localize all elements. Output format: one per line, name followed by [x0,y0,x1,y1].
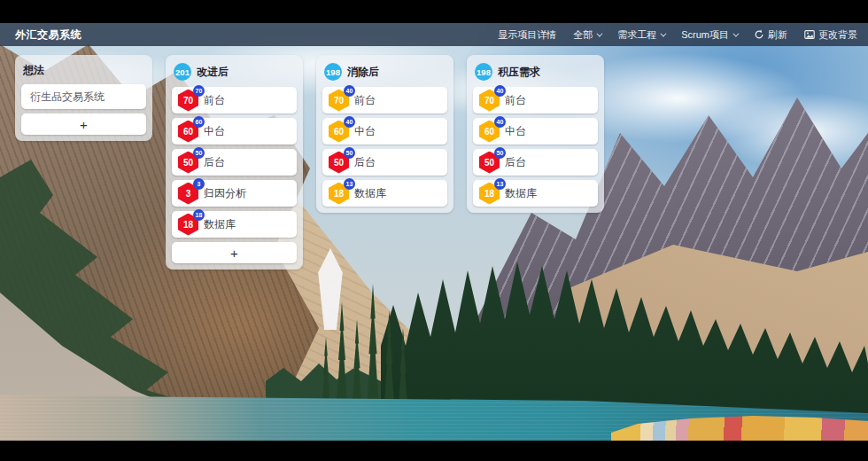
filter-all-dropdown[interactable]: 全部 [573,28,601,42]
top-navigation-bar: 外汇交易系统 显示项目详情 全部 需求工程 Scrum项目 刷新 [0,23,868,46]
count-mini-badge: 40 [494,85,506,97]
requirement-card[interactable]: 50 50 后台 [473,149,598,176]
column-header: 想法 [21,61,146,84]
letterbox-bottom [0,441,868,461]
requirement-card[interactable]: 70 70 前台 [172,87,297,113]
priority-badge-group: 50 50 [479,152,500,174]
card-label: 后台 [354,155,376,170]
chevron-down-icon [732,30,739,36]
column-header: 198 积压需求 [473,61,598,87]
column-title: 积压需求 [498,65,540,80]
board: 想法 衍生品交易系统 + 201 改进后 70 70 前台 60 60 中台 5… [15,55,604,270]
count-mini-badge: 13 [344,178,355,190]
count-mini-badge: 50 [494,147,506,159]
card-label: 后台 [505,155,526,170]
add-card-button[interactable]: + [172,242,297,263]
column-title: 改进后 [197,65,229,80]
priority-badge-group: 50 50 [329,152,349,174]
requirement-card[interactable]: 60 60 中台 [172,118,297,145]
priority-badge-group: 60 60 [178,121,198,143]
requirement-card[interactable]: 50 50 后台 [322,149,447,176]
refresh-icon [754,29,764,40]
column-header: 198 消除后 [322,61,447,87]
plus-icon: + [230,246,238,260]
board-column: 想法 衍生品交易系统 + [15,55,152,141]
requirement-card[interactable]: 60 40 中台 [322,118,447,145]
requirement-card[interactable]: 18 13 数据库 [322,180,447,207]
card-label: 中台 [505,124,526,139]
app-window: 外汇交易系统 显示项目详情 全部 需求工程 Scrum项目 刷新 [0,0,868,461]
priority-badge-group: 18 13 [329,183,349,205]
requirement-card[interactable]: 18 13 数据库 [473,180,598,207]
card-label: 前台 [354,93,376,108]
plus-icon: + [80,118,88,131]
card-list: 70 40 前台 60 40 中台 50 50 后台 18 13 数据库 [473,87,598,207]
board-column: 198 消除后 70 40 前台 60 40 中台 50 50 后台 18 13… [316,55,453,213]
count-mini-badge: 50 [344,147,355,159]
refresh-button[interactable]: 刷新 [754,28,787,42]
column-count-badge: 198 [324,63,342,81]
filter-requirements-label: 需求工程 [617,28,656,42]
filter-scrum-label: Scrum项目 [681,28,729,42]
filter-scrum-dropdown[interactable]: Scrum项目 [681,28,737,42]
card-label: 数据库 [204,217,236,232]
card-label: 中台 [204,124,225,139]
image-icon [804,29,815,40]
priority-badge-group: 60 40 [329,121,349,143]
filter-all-label: 全部 [573,28,593,42]
requirement-card[interactable]: 18 18 数据库 [172,211,297,238]
column-count-badge: 201 [174,63,191,81]
board-column: 198 积压需求 70 40 前台 60 40 中台 50 50 后台 18 1… [467,55,604,213]
column-count-badge: 198 [475,63,492,81]
chevron-down-icon [597,30,603,36]
count-mini-badge: 40 [344,116,355,128]
count-mini-badge: 13 [494,178,506,190]
count-mini-badge: 60 [193,116,205,128]
priority-badge-group: 3 3 [178,183,198,205]
count-mini-badge: 50 [193,147,205,159]
priority-badge-group: 18 18 [178,214,198,236]
refresh-label: 刷新 [768,28,787,42]
card-label: 前台 [204,93,225,108]
card-label: 数据库 [354,186,386,201]
card-label: 前台 [505,93,526,108]
priority-badge-group: 70 40 [329,90,349,112]
requirement-card[interactable]: 50 50 后台 [172,149,297,176]
priority-badge-group: 70 70 [178,90,198,112]
count-mini-badge: 3 [193,178,205,190]
priority-badge-group: 60 40 [479,121,500,143]
priority-badge-group: 70 40 [479,90,500,112]
column-title: 想法 [23,63,44,78]
requirement-card[interactable]: 70 40 前台 [473,87,598,113]
board-column: 201 改进后 70 70 前台 60 60 中台 50 50 后台 3 3 归… [166,55,303,270]
count-mini-badge: 40 [344,85,355,97]
card-label: 衍生品交易系统 [30,90,105,105]
card-label: 数据库 [505,186,537,201]
requirement-card[interactable]: 70 40 前台 [322,87,447,113]
change-background-label: 更改背景 [818,28,857,42]
count-mini-badge: 70 [193,85,205,97]
priority-badge-group: 18 13 [479,183,500,205]
card-label: 中台 [354,124,376,139]
chevron-down-icon [661,30,667,36]
add-card-button[interactable]: + [21,113,146,135]
requirement-card[interactable]: 3 3 归因分析 [172,180,297,207]
count-mini-badge: 40 [494,116,506,128]
topbar-menu: 显示项目详情 全部 需求工程 Scrum项目 刷新 [498,28,857,42]
card-list: 70 40 前台 60 40 中台 50 50 后台 18 13 数据库 [322,87,447,207]
column-title: 消除后 [347,65,379,80]
column-header: 201 改进后 [172,61,297,87]
idea-card[interactable]: 衍生品交易系统 [21,84,146,109]
letterbox-top [0,0,868,23]
card-list: 70 70 前台 60 60 中台 50 50 后台 3 3 归因分析 18 1… [172,87,297,263]
show-project-details-button[interactable]: 显示项目详情 [498,28,556,42]
card-list: 衍生品交易系统 + [21,84,146,135]
card-label: 后台 [204,155,225,170]
count-mini-badge: 18 [193,209,205,221]
filter-requirements-dropdown[interactable]: 需求工程 [617,28,664,42]
requirement-card[interactable]: 60 40 中台 [473,118,598,145]
change-background-button[interactable]: 更改背景 [804,28,857,42]
priority-badge-group: 50 50 [178,152,198,174]
show-project-details-label: 显示项目详情 [498,28,556,42]
card-label: 归因分析 [204,186,246,201]
